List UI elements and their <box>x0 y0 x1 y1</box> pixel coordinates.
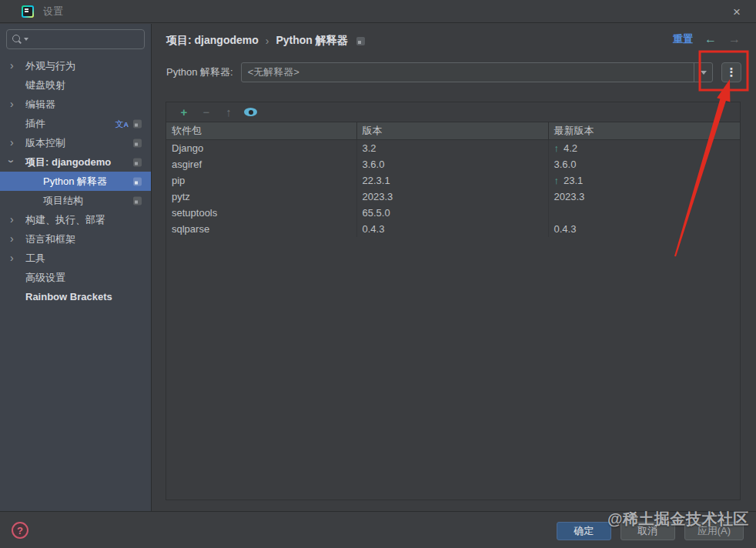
combo-dropdown-arrow-icon[interactable] <box>694 63 712 82</box>
interpreter-selected-value: <无解释器> <box>242 65 694 79</box>
settings-content: 项目: djangodemo › Python 解释器 重置 ← → Pytho… <box>152 24 756 511</box>
packages-toolbar: + − ↑ <box>166 102 740 122</box>
sidebar-item-editor[interactable]: › 编辑器 <box>0 95 151 114</box>
settings-dialog: 设置 × › 外观与行为 键盘映射 › 编辑器 插件 文A <box>0 0 756 548</box>
chevron-down-icon: › <box>6 159 17 163</box>
sidebar-item-advanced-settings[interactable]: 高级设置 <box>0 268 151 287</box>
interpreter-label: Python 解释器: <box>166 65 233 79</box>
reset-link[interactable]: 重置 <box>673 32 693 46</box>
page-title: Python 解释器 <box>276 34 347 48</box>
table-row[interactable]: setuptools 65.5.0 <box>166 205 740 221</box>
table-row[interactable]: pip 22.3.1 ↑23.1 <box>166 172 740 189</box>
table-row[interactable]: asgiref 3.6.0 3.6.0 <box>166 156 740 172</box>
sidebar-item-rainbow-brackets[interactable]: Rainbow Brackets <box>0 287 151 306</box>
project-settings-badge-icon <box>133 139 142 147</box>
pycharm-logo-icon <box>22 5 34 18</box>
chevron-right-icon: › <box>10 60 14 71</box>
kebab-menu-button[interactable]: ⋮ <box>721 62 741 82</box>
back-arrow-icon[interactable]: ← <box>704 33 717 45</box>
settings-sidebar: › 外观与行为 键盘映射 › 编辑器 插件 文A › 版本控制 › <box>0 24 152 511</box>
sidebar-item-build-execution-deployment[interactable]: › 构建、执行、部署 <box>0 210 151 229</box>
translate-icon: 文A <box>115 119 129 128</box>
apply-button[interactable]: 应用(A) <box>684 522 744 540</box>
chevron-right-icon: › <box>10 252 14 263</box>
table-row[interactable]: sqlparse 0.4.3 0.4.3 <box>166 221 740 237</box>
project-settings-badge-icon <box>133 158 142 166</box>
chevron-right-icon: › <box>10 99 14 109</box>
upgrade-available-icon: ↑ <box>554 175 560 186</box>
settings-search-box[interactable] <box>6 29 145 49</box>
breadcrumb-separator-icon: › <box>266 35 269 47</box>
close-icon[interactable]: × <box>728 4 745 21</box>
search-input[interactable] <box>32 34 139 45</box>
column-header-version[interactable]: 版本 <box>356 122 548 140</box>
show-early-releases-eye-icon[interactable] <box>244 108 257 116</box>
interpreter-row: Python 解释器: <无解释器> ⋮ <box>166 62 741 82</box>
settings-tree: › 外观与行为 键盘映射 › 编辑器 插件 文A › 版本控制 › <box>0 56 151 306</box>
table-header-row: 软件包 版本 最新版本 <box>166 122 740 140</box>
sidebar-item-tools[interactable]: › 工具 <box>0 249 151 268</box>
search-icon <box>12 34 22 45</box>
ok-button[interactable]: 确定 <box>557 522 611 540</box>
upgrade-package-icon[interactable]: ↑ <box>220 105 237 120</box>
window-title: 设置 <box>43 5 63 18</box>
remove-package-icon[interactable]: − <box>198 105 215 120</box>
project-settings-badge-icon <box>133 177 142 185</box>
sidebar-item-languages-frameworks[interactable]: › 语言和框架 <box>0 229 151 249</box>
search-history-caret-icon <box>24 38 28 41</box>
table-row[interactable]: pytz 2023.3 2023.3 <box>166 189 740 205</box>
sidebar-item-project-structure[interactable]: 项目结构 <box>0 191 151 210</box>
chevron-right-icon: › <box>10 233 14 244</box>
sidebar-item-python-interpreter[interactable]: Python 解释器 <box>0 172 151 191</box>
column-header-package[interactable]: 软件包 <box>166 122 356 140</box>
chevron-right-icon: › <box>10 137 14 148</box>
sidebar-item-version-control[interactable]: › 版本控制 <box>0 133 151 152</box>
forward-arrow-icon[interactable]: → <box>728 33 741 45</box>
project-settings-badge-icon <box>356 37 365 45</box>
dialog-buttons: 确定 取消 应用(A) <box>557 522 744 540</box>
column-header-latest[interactable]: 最新版本 <box>548 122 740 140</box>
sidebar-item-appearance[interactable]: › 外观与行为 <box>0 56 151 75</box>
breadcrumb: 项目: djangodemo › Python 解释器 <box>166 31 365 51</box>
title-bar: 设置 × <box>0 0 756 23</box>
packages-table: 软件包 版本 最新版本 Django 3.2 ↑4.2 asgiref 3.6.… <box>166 122 740 237</box>
help-icon[interactable]: ? <box>12 522 28 539</box>
project-settings-badge-icon <box>133 196 142 205</box>
table-row[interactable]: Django 3.2 ↑4.2 <box>166 140 740 156</box>
header-actions: 重置 ← → <box>673 32 741 46</box>
sidebar-item-keymap[interactable]: 键盘映射 <box>0 75 151 95</box>
breadcrumb-project[interactable]: 项目: djangodemo <box>166 34 259 48</box>
packages-panel: + − ↑ 软件包 版本 最新版本 Django 3.2 <box>166 102 741 500</box>
cancel-button[interactable]: 取消 <box>621 522 675 540</box>
dialog-footer: ? 确定 取消 应用(A) <box>0 511 756 548</box>
sidebar-item-project-djangodemo[interactable]: › 项目: djangodemo <box>0 152 151 172</box>
chevron-right-icon: › <box>10 214 14 225</box>
add-package-icon[interactable]: + <box>176 105 192 120</box>
interpreter-select[interactable]: <无解释器> <box>241 62 713 82</box>
upgrade-available-icon: ↑ <box>554 142 560 154</box>
sidebar-item-plugins[interactable]: 插件 文A <box>0 114 151 133</box>
project-settings-badge-icon <box>133 119 142 128</box>
